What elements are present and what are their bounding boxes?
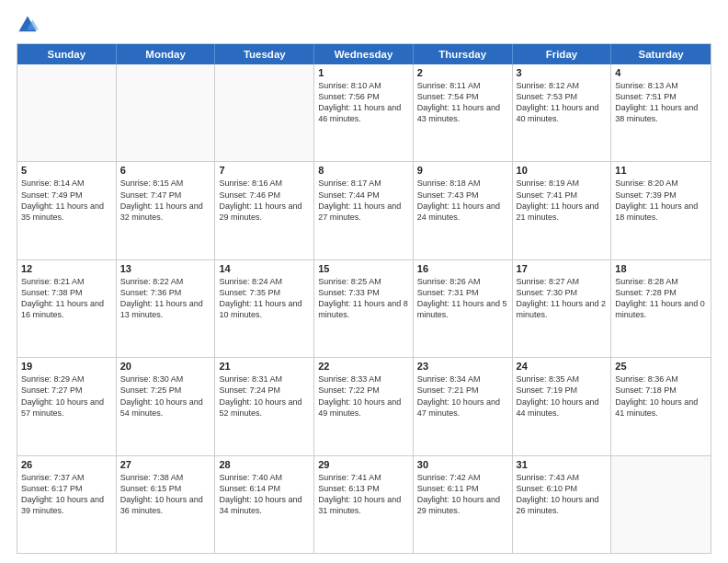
day-number: 8 [318,165,409,176]
day-header-wednesday: Wednesday [314,44,414,64]
day-info: Sunrise: 8:34 AM Sunset: 7:21 PM Dayligh… [417,373,508,419]
logo-icon [17,14,39,36]
day-cell-23: 23Sunrise: 8:34 AM Sunset: 7:21 PM Dayli… [414,358,513,454]
week-row-4: 19Sunrise: 8:29 AM Sunset: 7:27 PM Dayli… [17,358,711,455]
day-info: Sunrise: 7:40 AM Sunset: 6:14 PM Dayligh… [219,472,310,517]
day-cell-15: 15Sunrise: 8:25 AM Sunset: 7:33 PM Dayli… [314,260,414,357]
day-cell-16: 16Sunrise: 8:26 AM Sunset: 7:31 PM Dayli… [414,260,513,357]
day-info: Sunrise: 7:37 AM Sunset: 6:17 PM Dayligh… [21,472,112,517]
day-number: 2 [417,67,508,78]
calendar-header: SundayMondayTuesdayWednesdayThursdayFrid… [17,44,711,64]
day-cell-12: 12Sunrise: 8:21 AM Sunset: 7:38 PM Dayli… [17,260,117,357]
day-number: 25 [615,361,707,372]
day-info: Sunrise: 8:33 AM Sunset: 7:22 PM Dayligh… [318,373,409,419]
day-info: Sunrise: 8:25 AM Sunset: 7:33 PM Dayligh… [318,276,409,321]
day-number: 15 [318,263,409,274]
day-number: 24 [517,361,608,372]
day-info: Sunrise: 8:14 AM Sunset: 7:49 PM Dayligh… [21,178,112,223]
day-info: Sunrise: 8:11 AM Sunset: 7:54 PM Dayligh… [417,80,508,125]
day-cell-26: 26Sunrise: 7:37 AM Sunset: 6:17 PM Dayli… [17,456,117,553]
day-info: Sunrise: 7:42 AM Sunset: 6:11 PM Dayligh… [417,472,508,517]
day-header-saturday: Saturday [611,44,711,64]
day-cell-14: 14Sunrise: 8:24 AM Sunset: 7:35 PM Dayli… [215,260,314,357]
day-cell-21: 21Sunrise: 8:31 AM Sunset: 7:24 PM Dayli… [215,358,314,454]
day-info: Sunrise: 8:10 AM Sunset: 7:56 PM Dayligh… [318,80,409,125]
day-header-friday: Friday [513,44,612,64]
empty-cell [117,64,216,161]
day-cell-4: 4Sunrise: 8:13 AM Sunset: 7:51 PM Daylig… [611,64,711,161]
day-number: 19 [21,361,112,372]
day-cell-10: 10Sunrise: 8:19 AM Sunset: 7:41 PM Dayli… [513,162,612,259]
day-info: Sunrise: 8:12 AM Sunset: 7:53 PM Dayligh… [517,80,608,125]
day-cell-13: 13Sunrise: 8:22 AM Sunset: 7:36 PM Dayli… [117,260,216,357]
day-info: Sunrise: 8:31 AM Sunset: 7:24 PM Dayligh… [219,373,310,419]
day-number: 22 [318,361,409,372]
day-number: 17 [517,263,608,274]
week-row-5: 26Sunrise: 7:37 AM Sunset: 6:17 PM Dayli… [17,456,711,553]
day-info: Sunrise: 8:19 AM Sunset: 7:41 PM Dayligh… [517,178,608,223]
day-info: Sunrise: 8:24 AM Sunset: 7:35 PM Dayligh… [219,276,310,321]
day-cell-8: 8Sunrise: 8:17 AM Sunset: 7:44 PM Daylig… [314,162,414,259]
day-number: 23 [417,361,508,372]
day-info: Sunrise: 8:16 AM Sunset: 7:46 PM Dayligh… [219,178,310,223]
day-cell-30: 30Sunrise: 7:42 AM Sunset: 6:11 PM Dayli… [414,456,513,553]
day-info: Sunrise: 8:15 AM Sunset: 7:47 PM Dayligh… [120,178,211,223]
day-info: Sunrise: 8:20 AM Sunset: 7:39 PM Dayligh… [615,178,707,223]
day-number: 11 [615,165,707,176]
calendar: SundayMondayTuesdayWednesdayThursdayFrid… [17,43,711,554]
day-number: 12 [21,263,112,274]
day-cell-5: 5Sunrise: 8:14 AM Sunset: 7:49 PM Daylig… [17,162,117,259]
day-cell-20: 20Sunrise: 8:30 AM Sunset: 7:25 PM Dayli… [117,358,216,454]
day-header-tuesday: Tuesday [215,44,314,64]
day-cell-11: 11Sunrise: 8:20 AM Sunset: 7:39 PM Dayli… [611,162,711,259]
empty-cell [611,456,711,553]
day-cell-17: 17Sunrise: 8:27 AM Sunset: 7:30 PM Dayli… [513,260,612,357]
day-number: 18 [615,263,707,274]
empty-cell [215,64,314,161]
day-cell-27: 27Sunrise: 7:38 AM Sunset: 6:15 PM Dayli… [117,456,216,553]
day-cell-28: 28Sunrise: 7:40 AM Sunset: 6:14 PM Dayli… [215,456,314,553]
day-number: 7 [219,165,310,176]
day-number: 26 [21,459,112,470]
day-info: Sunrise: 7:43 AM Sunset: 6:10 PM Dayligh… [517,472,608,517]
day-cell-2: 2Sunrise: 8:11 AM Sunset: 7:54 PM Daylig… [414,64,513,161]
empty-cell [17,64,117,161]
day-cell-31: 31Sunrise: 7:43 AM Sunset: 6:10 PM Dayli… [513,456,612,553]
day-cell-3: 3Sunrise: 8:12 AM Sunset: 7:53 PM Daylig… [513,64,612,161]
logo [17,14,42,36]
day-number: 6 [120,165,211,176]
day-number: 1 [318,67,409,78]
day-info: Sunrise: 8:18 AM Sunset: 7:43 PM Dayligh… [417,178,508,223]
day-info: Sunrise: 8:26 AM Sunset: 7:31 PM Dayligh… [417,276,508,321]
day-cell-22: 22Sunrise: 8:33 AM Sunset: 7:22 PM Dayli… [314,358,414,454]
day-header-monday: Monday [117,44,216,64]
calendar-body: 1Sunrise: 8:10 AM Sunset: 7:56 PM Daylig… [17,64,711,553]
header [17,14,711,36]
day-number: 20 [120,361,211,372]
day-header-sunday: Sunday [17,44,117,64]
day-number: 9 [417,165,508,176]
day-info: Sunrise: 8:28 AM Sunset: 7:28 PM Dayligh… [615,276,707,321]
day-info: Sunrise: 7:41 AM Sunset: 6:13 PM Dayligh… [318,472,409,517]
day-number: 31 [517,459,608,470]
day-number: 4 [615,67,707,78]
day-cell-19: 19Sunrise: 8:29 AM Sunset: 7:27 PM Dayli… [17,358,117,454]
day-info: Sunrise: 8:29 AM Sunset: 7:27 PM Dayligh… [21,373,112,419]
day-info: Sunrise: 8:30 AM Sunset: 7:25 PM Dayligh… [120,373,211,419]
day-info: Sunrise: 8:17 AM Sunset: 7:44 PM Dayligh… [318,178,409,223]
day-cell-9: 9Sunrise: 8:18 AM Sunset: 7:43 PM Daylig… [414,162,513,259]
day-info: Sunrise: 8:27 AM Sunset: 7:30 PM Dayligh… [517,276,608,321]
day-number: 10 [517,165,608,176]
day-number: 21 [219,361,310,372]
week-row-1: 1Sunrise: 8:10 AM Sunset: 7:56 PM Daylig… [17,64,711,162]
day-cell-18: 18Sunrise: 8:28 AM Sunset: 7:28 PM Dayli… [611,260,711,357]
day-number: 30 [417,459,508,470]
day-number: 28 [219,459,310,470]
day-info: Sunrise: 8:21 AM Sunset: 7:38 PM Dayligh… [21,276,112,321]
day-number: 3 [517,67,608,78]
day-info: Sunrise: 8:36 AM Sunset: 7:18 PM Dayligh… [615,373,707,419]
day-number: 29 [318,459,409,470]
day-number: 16 [417,263,508,274]
day-cell-7: 7Sunrise: 8:16 AM Sunset: 7:46 PM Daylig… [215,162,314,259]
day-number: 13 [120,263,211,274]
